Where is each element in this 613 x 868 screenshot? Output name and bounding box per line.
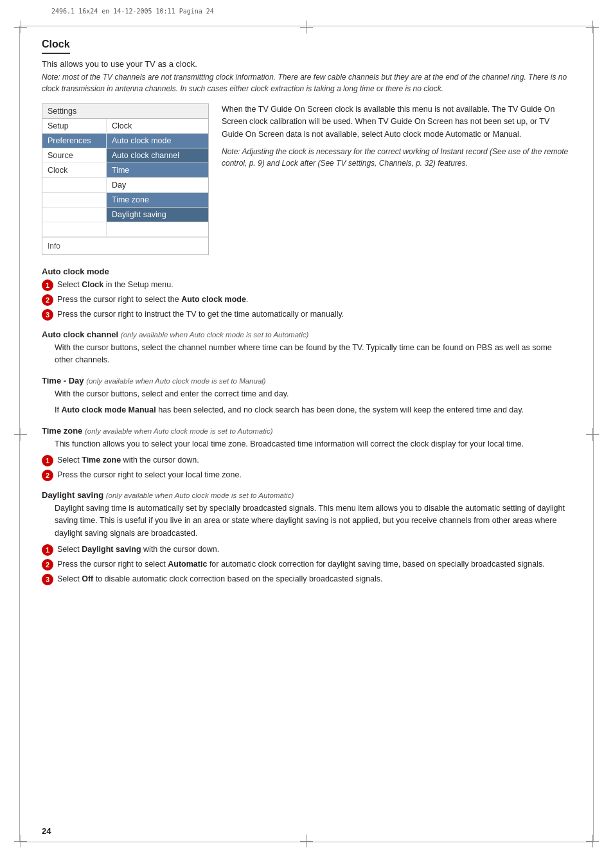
side-note-italic: Note: Adjusting the clock is necessary f… xyxy=(222,146,571,169)
step-2: 2 Press the cursor right to select the A… xyxy=(42,294,571,306)
table-row: Clock Time xyxy=(42,163,208,178)
reg-mark-bm xyxy=(300,835,313,847)
ds-step-num-2: 2 xyxy=(42,559,53,571)
time-zone-body: This function allows you to select your … xyxy=(55,438,571,450)
time-day-subtitle: (only available when Auto clock mode is … xyxy=(86,377,266,385)
tz-step-text-2: Press the cursor right to select your lo… xyxy=(57,469,571,481)
daylight-saving-title: Daylight saving (only available when Aut… xyxy=(42,490,571,500)
time-day-title: Time - Day (only available when Auto clo… xyxy=(42,376,571,385)
step-num-1: 1 xyxy=(42,279,53,291)
ds-step-1: 1 Select Daylight saving with the cursor… xyxy=(42,544,571,556)
settings-col-auto-clock-mode: Auto clock mode xyxy=(107,134,208,148)
auto-clock-channel-title: Auto clock channel (only available when … xyxy=(42,330,571,339)
time-day-body1: With the cursor buttons, select and ente… xyxy=(55,388,571,400)
auto-clock-mode-section: Auto clock mode 1 Select Clock in the Se… xyxy=(42,267,571,321)
print-header: 2496.1 16x24 en 14-12-2005 10:11 Pagina … xyxy=(51,8,214,15)
step-text-2: Press the cursor right to select the Aut… xyxy=(57,294,571,306)
settings-col-clock: Clock xyxy=(107,119,208,133)
table-row: Time zone xyxy=(42,193,208,208)
time-zone-section: Time zone (only available when Auto cloc… xyxy=(42,426,571,481)
table-row: Day xyxy=(42,178,208,193)
auto-clock-channel-subtitle: (only available when Auto clock mode is … xyxy=(121,331,309,339)
auto-clock-mode-title: Auto clock mode xyxy=(42,267,571,276)
ds-step-text-2: Press the cursor right to select Automat… xyxy=(57,558,571,571)
settings-info-row: Info xyxy=(42,237,208,254)
table-row: Daylight saving xyxy=(42,208,208,222)
tz-step-num-2: 2 xyxy=(42,470,53,481)
time-zone-subtitle: (only available when Auto clock mode is … xyxy=(85,427,273,435)
time-day-body2: If Auto clock mode Manual has been selec… xyxy=(55,404,571,416)
ds-step-3: 3 Select Off to disable automatic clock … xyxy=(42,573,571,585)
step-3: 3 Press the cursor right to instruct the… xyxy=(42,308,571,321)
step-text-3: Press the cursor right to instruct the T… xyxy=(57,308,571,321)
section-title: Clock xyxy=(42,39,70,54)
table-row-empty xyxy=(42,222,208,237)
settings-col-source: Source xyxy=(42,148,107,163)
tz-step-1: 1 Select Time zone with the cursor down. xyxy=(42,454,571,466)
step-1: 1 Select Clock in the Setup menu. xyxy=(42,279,571,291)
table-row: Setup Clock xyxy=(42,119,208,134)
reg-mark-tr xyxy=(586,21,599,33)
reg-mark-bl xyxy=(14,835,27,847)
ds-step-num-1: 1 xyxy=(42,544,53,556)
settings-col-empty2 xyxy=(42,193,107,207)
ds-step-2: 2 Press the cursor right to select Autom… xyxy=(42,558,571,571)
reg-mark-br xyxy=(586,835,599,847)
time-zone-title: Time zone (only available when Auto cloc… xyxy=(42,426,571,436)
ds-step-text-3: Select Off to disable automatic clock co… xyxy=(57,573,571,585)
tz-step-2: 2 Press the cursor right to select your … xyxy=(42,469,571,481)
settings-table: Settings Setup Clock Preferences Auto cl… xyxy=(42,103,209,255)
step-num-3: 3 xyxy=(42,309,53,321)
table-row: Preferences Auto clock mode xyxy=(42,134,208,148)
settings-col-auto-clock-channel: Auto clock channel xyxy=(107,148,208,163)
settings-area: Settings Setup Clock Preferences Auto cl… xyxy=(42,103,571,255)
auto-clock-channel-section: Auto clock channel (only available when … xyxy=(42,330,571,367)
daylight-saving-subtitle: (only available when Auto clock mode is … xyxy=(106,492,294,499)
settings-col-preferences: Preferences xyxy=(42,134,107,148)
settings-col-empty3 xyxy=(42,208,107,222)
time-day-section: Time - Day (only available when Auto clo… xyxy=(42,376,571,417)
ds-step-text-1: Select Daylight saving with the cursor d… xyxy=(57,544,571,556)
settings-col-empty1 xyxy=(42,178,107,192)
daylight-saving-section: Daylight saving (only available when Aut… xyxy=(42,490,571,585)
settings-col-setup: Setup xyxy=(42,119,107,133)
auto-clock-channel-body: With the cursor buttons, select the chan… xyxy=(55,342,571,367)
ds-step-num-3: 3 xyxy=(42,574,53,585)
intro-italic: Note: most of the TV channels are not tr… xyxy=(42,71,571,94)
side-note: When the TV Guide On Screen clock is ava… xyxy=(222,103,571,255)
reg-mark-tm xyxy=(300,21,313,33)
settings-col-daylight-saving: Daylight saving xyxy=(107,208,208,222)
settings-col-time-zone: Time zone xyxy=(107,193,208,207)
page-number: 24 xyxy=(42,826,51,836)
settings-col-day: Day xyxy=(107,178,208,192)
reg-mark-tl xyxy=(14,21,27,33)
settings-col-time: Time xyxy=(107,163,208,177)
step-text-1: Select Clock in the Setup menu. xyxy=(57,279,571,291)
reg-mark-rm xyxy=(586,428,599,441)
settings-col-clock-left: Clock xyxy=(42,163,107,177)
tz-step-num-1: 1 xyxy=(42,455,53,466)
table-row: Source Auto clock channel xyxy=(42,148,208,163)
step-num-2: 2 xyxy=(42,294,53,306)
daylight-saving-body: Daylight saving time is automatically se… xyxy=(55,502,571,540)
intro-text: This allows you to use your TV as a cloc… xyxy=(42,59,571,69)
settings-table-header: Settings xyxy=(42,104,208,119)
tz-step-text-1: Select Time zone with the cursor down. xyxy=(57,454,571,466)
reg-mark-lm xyxy=(14,428,27,441)
